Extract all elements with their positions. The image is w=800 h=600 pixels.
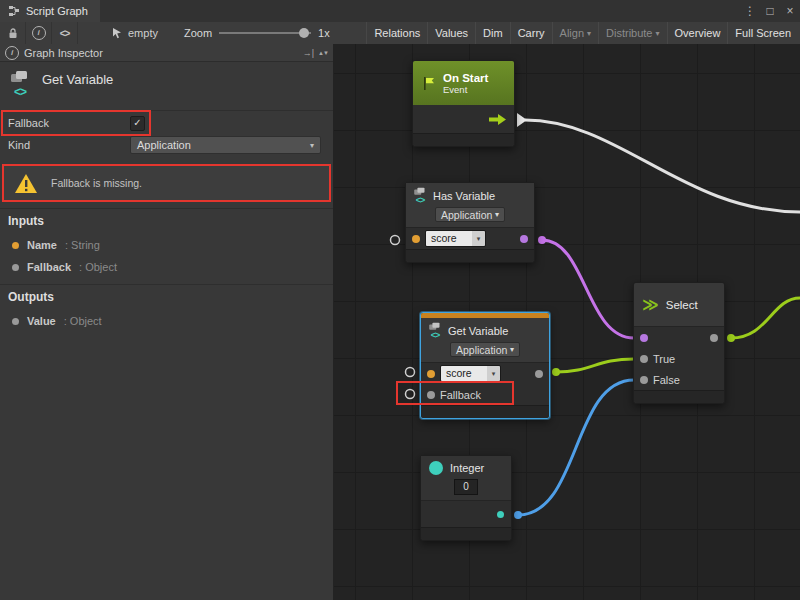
- true-port-icon[interactable]: [640, 355, 648, 363]
- node-title: Get Variable: [448, 325, 508, 337]
- node-on-start[interactable]: On Start Event: [412, 60, 515, 147]
- info-icon: i: [32, 26, 46, 40]
- selected-unit-header: <> Get Variable: [0, 62, 333, 110]
- node-footer: [421, 527, 511, 540]
- check-icon: ✓: [133, 118, 141, 128]
- kind-row: Kind Application ▾: [0, 134, 333, 156]
- graph-inspector-header: i Graph Inspector →| ▲▼: [0, 44, 333, 62]
- has-variable-name-row: score ▾: [406, 228, 534, 249]
- lock-button[interactable]: [0, 22, 26, 44]
- dim-button[interactable]: Dim: [475, 22, 510, 44]
- integer-output-port[interactable]: [514, 511, 522, 519]
- inspect-button[interactable]: i: [26, 22, 52, 44]
- source-button[interactable]: <>: [52, 22, 78, 44]
- scroll-arrows-icon[interactable]: ▲▼: [318, 50, 328, 56]
- event-arrow-icon: [489, 114, 506, 125]
- integer-type-icon: [429, 461, 443, 475]
- relations-button[interactable]: Relations: [366, 22, 427, 44]
- bool-output-port-icon[interactable]: [520, 235, 528, 243]
- get-variable-fallback-port[interactable]: [406, 390, 415, 399]
- script-graph-icon: [8, 5, 20, 17]
- code-icon: <>: [431, 331, 440, 339]
- graph-canvas[interactable]: On Start Event: [334, 44, 800, 600]
- integer-output-port-icon[interactable]: [497, 511, 504, 518]
- full-screen-button[interactable]: Full Screen: [727, 22, 798, 44]
- has-variable-kind-dropdown[interactable]: Application ▾: [435, 207, 505, 222]
- string-port-icon[interactable]: [412, 235, 420, 243]
- window-menu-icon[interactable]: ⋮: [740, 0, 760, 22]
- node-integer[interactable]: Integer 0: [420, 455, 512, 541]
- inputs-header: Inputs: [0, 212, 333, 232]
- align-button[interactable]: Align▾: [552, 22, 598, 44]
- input-port-row: Name : String: [0, 234, 333, 256]
- carry-button[interactable]: Carry: [510, 22, 552, 44]
- get-variable-name-row: score ▾: [421, 363, 549, 384]
- fallback-label: Fallback: [440, 389, 481, 401]
- wire-get-variable-to-select-true: [556, 359, 634, 372]
- variable-unit-icon: <>: [10, 70, 30, 99]
- unity-visual-scripting-window: Script Graph ⋮ □ × i <> empty Zoo: [0, 0, 800, 600]
- string-port-icon[interactable]: [427, 370, 435, 378]
- lock-icon: [7, 27, 19, 39]
- has-variable-output-port[interactable]: [538, 236, 546, 244]
- node-select[interactable]: ≫ Select True False: [633, 282, 725, 404]
- node-footer: [406, 249, 534, 262]
- has-variable-name-field[interactable]: score ▾: [425, 230, 486, 247]
- integer-body: [421, 501, 511, 527]
- input-port-row: Fallback : Object: [0, 256, 333, 278]
- node-footer: [634, 390, 724, 403]
- on-start-header: On Start Event: [413, 61, 514, 105]
- divider: [0, 110, 333, 111]
- tab-script-graph[interactable]: Script Graph: [0, 0, 100, 22]
- selection-output-port-icon[interactable]: [710, 334, 718, 342]
- port-type: : Object: [79, 261, 117, 273]
- get-variable-kind-dropdown[interactable]: Application ▾: [450, 342, 520, 357]
- get-variable-name-field[interactable]: score ▾: [440, 365, 501, 382]
- true-label: True: [653, 353, 675, 365]
- overview-button[interactable]: Overview: [667, 22, 728, 44]
- zoom-slider[interactable]: [219, 27, 311, 39]
- wire-event: [525, 120, 800, 212]
- has-variable-name-port[interactable]: [391, 236, 400, 245]
- select-icon: ≫: [642, 295, 659, 314]
- condition-port-icon[interactable]: [640, 334, 648, 342]
- chevron-down-icon: ▾: [310, 141, 314, 150]
- window-controls: ⋮ □ ×: [740, 0, 800, 22]
- integer-value-field[interactable]: 0: [454, 479, 478, 495]
- graph-inspector-panel: i Graph Inspector →| ▲▼ <> Get Variable …: [0, 44, 334, 600]
- select-output-port[interactable]: [727, 334, 735, 342]
- values-button[interactable]: Values: [427, 22, 475, 44]
- kind-dropdown[interactable]: Application ▾: [130, 136, 321, 154]
- event-output-port[interactable]: [517, 113, 527, 127]
- zoom-slider-track: [219, 32, 311, 34]
- node-has-variable[interactable]: <> Has Variable Application ▾ score ▾: [405, 182, 535, 263]
- node-get-variable[interactable]: <> Get Variable Application ▾ score ▾: [420, 312, 550, 419]
- select-header: ≫ Select: [634, 283, 724, 327]
- fallback-port-icon[interactable]: [427, 391, 435, 399]
- get-variable-value-port[interactable]: [552, 368, 560, 376]
- warning-icon: [14, 173, 38, 194]
- false-port-icon[interactable]: [640, 376, 648, 384]
- fallback-checkbox[interactable]: ✓: [130, 116, 145, 131]
- wire-select-output: [731, 298, 800, 338]
- chevron-down-icon: ▾: [510, 345, 514, 354]
- dock-icon[interactable]: →|: [303, 48, 314, 58]
- kind-value: Application: [137, 139, 191, 151]
- distribute-button[interactable]: Distribute▾: [598, 22, 666, 44]
- string-port-icon: [12, 242, 19, 249]
- chevron-down-icon: ▾: [472, 231, 485, 246]
- kind-value: Application: [441, 209, 492, 221]
- value-output-port-icon[interactable]: [535, 370, 543, 378]
- get-variable-name-port[interactable]: [406, 368, 415, 377]
- window-maximize-icon[interactable]: □: [760, 0, 780, 22]
- zoom-slider-handle[interactable]: [299, 28, 309, 38]
- zoom-value: 1x: [318, 27, 330, 39]
- port-type: : Object: [64, 315, 102, 327]
- chevron-down-icon: ▾: [495, 210, 499, 219]
- window-close-icon[interactable]: ×: [780, 0, 800, 22]
- has-variable-header: <> Has Variable Application ▾: [406, 183, 534, 228]
- port-name: Fallback: [27, 261, 71, 273]
- annotation-box-warning: Fallback is missing.: [2, 164, 331, 202]
- object-port-icon: [12, 318, 19, 325]
- name-field-value: score: [426, 231, 472, 246]
